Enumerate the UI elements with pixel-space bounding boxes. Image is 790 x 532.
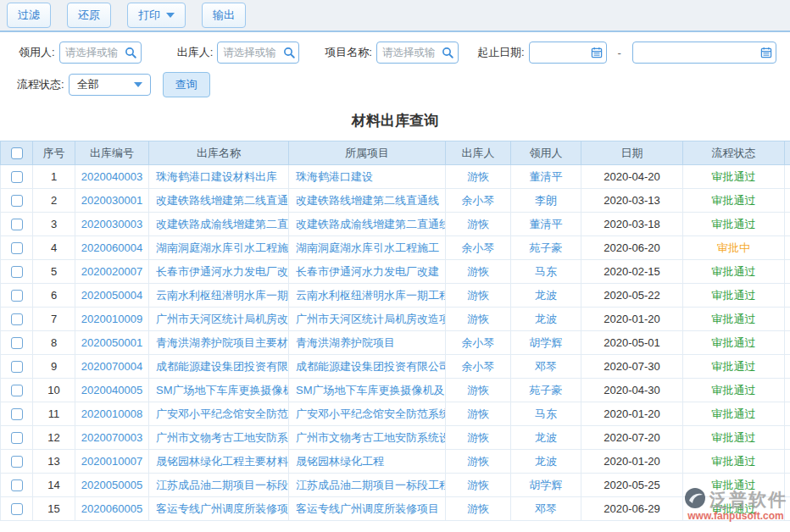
outbound-name-link[interactable]: 青海洪湖养护院项目主要材料 [149,331,289,355]
issuer-link[interactable]: 游恢 [446,284,511,308]
issuer-link[interactable]: 游恢 [446,379,511,402]
outbound-code-link[interactable]: 2020030001 [75,189,149,213]
end-date-input[interactable] [632,42,776,64]
outbound-name-link[interactable]: 长春市伊通河水力发电厂改建 [149,260,289,284]
outbound-code-link[interactable]: 2020040003 [75,165,149,189]
calendar-icon[interactable] [587,47,606,58]
recipient-link[interactable]: 董清平 [511,165,581,189]
row-checkbox[interactable] [11,503,23,515]
issuer-link[interactable]: 游恢 [446,165,511,189]
issuer-link[interactable]: 余小琴 [446,189,511,213]
outbound-code-link[interactable]: 2020060005 [75,497,149,521]
recipient-link[interactable]: 马东 [511,402,581,426]
project-link[interactable]: 珠海鹤港口建设 [289,165,446,189]
outbound-code-link[interactable]: 2020040005 [75,379,149,402]
outbound-code-link[interactable]: 2020010008 [75,402,149,426]
outbound-code-link[interactable]: 2020020007 [75,260,149,284]
issuer-link[interactable]: 游恢 [446,260,511,284]
issuer-input[interactable]: 请选择或输 [217,42,299,64]
search-icon[interactable] [439,47,458,59]
row-checkbox[interactable] [11,456,23,468]
project-link[interactable]: 长春市伊通河水力发电厂改建 [289,260,446,284]
recipient-link[interactable]: 龙波 [511,308,581,331]
outbound-name-link[interactable]: 云南水利枢纽潜明水库一期 [149,284,289,308]
select-all-checkbox[interactable] [11,147,23,159]
outbound-code-link[interactable]: 2020060004 [75,236,149,260]
row-checkbox[interactable] [11,479,23,491]
outbound-name-link[interactable]: 成都能源建设集团投资有限 [149,355,289,379]
print-button[interactable]: 打印 [127,3,186,28]
query-button[interactable]: 查询 [163,72,210,97]
recipient-link[interactable]: 邓琴 [511,497,581,521]
start-date-input[interactable] [529,42,607,64]
project-link[interactable]: SM广场地下车库更换摄像机及 [289,379,446,402]
outbound-name-link[interactable]: 改建铁路成渝线增建第二直通 [149,213,289,236]
outbound-name-link[interactable]: 湖南洞庭湖水库引水工程施工 [149,236,289,260]
outbound-code-link[interactable]: 2020050004 [75,284,149,308]
outbound-name-link[interactable]: SM广场地下车库更换摄像机 [149,379,289,402]
issuer-link[interactable]: 游恢 [446,402,511,426]
recipient-link[interactable]: 龙波 [511,426,581,450]
issuer-link[interactable]: 游恢 [446,450,511,474]
project-link[interactable]: 湖南洞庭湖水库引水工程施工 [289,236,446,260]
filter-button[interactable]: 过滤 [7,3,51,28]
recipient-input[interactable]: 请选择或输 [59,42,142,64]
outbound-name-link[interactable]: 改建铁路线增建第二线直通线 [149,189,289,213]
row-checkbox[interactable] [11,432,23,444]
outbound-code-link[interactable]: 2020030003 [75,213,149,236]
recipient-link[interactable]: 马东 [511,260,581,284]
outbound-code-link[interactable]: 2020070004 [75,355,149,379]
project-link[interactable]: 晟铭园林绿化工程 [289,450,446,474]
row-checkbox[interactable] [11,219,23,230]
outbound-name-link[interactable]: 广州市天河区统计局机房改造 [149,308,289,331]
recipient-link[interactable]: 李朗 [511,189,581,213]
outbound-code-link[interactable]: 2020050001 [75,331,149,355]
project-link[interactable]: 改建铁路线增建第二线直通线 [289,189,446,213]
calendar-icon[interactable] [757,47,776,58]
row-checkbox[interactable] [11,195,23,207]
issuer-link[interactable]: 游恢 [446,426,511,450]
row-checkbox[interactable] [11,171,23,183]
outbound-name-link[interactable]: 晟铭园林绿化工程主要材料 [149,450,289,474]
issuer-link[interactable]: 余小琴 [446,236,511,260]
recipient-link[interactable]: 胡学辉 [511,474,581,497]
recipient-link[interactable]: 苑子豪 [511,379,581,402]
project-link[interactable]: 青海洪湖养护院项目 [289,331,446,355]
outbound-code-link[interactable]: 2020050005 [75,474,149,497]
outbound-code-link[interactable]: 2020010009 [75,308,149,331]
search-icon[interactable] [280,47,298,59]
issuer-link[interactable]: 游恢 [446,308,511,331]
outbound-name-link[interactable]: 江苏成品油二期项目一标段 [149,474,289,497]
issuer-link[interactable]: 游恢 [446,213,511,236]
outbound-code-link[interactable]: 2020010007 [75,450,149,474]
outbound-name-link[interactable]: 客运专线广州调度所装修项目 [149,497,289,521]
row-checkbox[interactable] [11,337,23,349]
search-icon[interactable] [122,47,141,59]
outbound-name-link[interactable]: 广州市文物考古工地安防系统 [149,426,289,450]
row-checkbox[interactable] [11,361,23,373]
recipient-link[interactable]: 董清平 [511,213,581,236]
recipient-link[interactable]: 龙波 [511,450,581,474]
issuer-link[interactable]: 余小琴 [446,331,511,355]
row-checkbox[interactable] [11,313,23,325]
issuer-link[interactable]: 游恢 [446,497,511,521]
project-link[interactable]: 云南水利枢纽潜明水库一期工程 [289,284,446,308]
outbound-name-link[interactable]: 广安邓小平纪念馆安全防范 [149,402,289,426]
project-link[interactable]: 成都能源建设集团投资有限公司 [289,355,446,379]
project-link[interactable]: 客运专线广州调度所装修项目 [289,497,446,521]
restore-button[interactable]: 还原 [67,3,111,28]
project-name-input[interactable]: 请选择或输 [376,42,459,64]
project-link[interactable]: 改建铁路成渝线增建第二直通线 [289,213,446,236]
issuer-link[interactable]: 游恢 [446,474,511,497]
outbound-code-link[interactable]: 2020070003 [75,426,149,450]
issuer-link[interactable]: 余小琴 [446,355,511,379]
workflow-status-select[interactable]: 全部 [69,74,151,96]
row-checkbox[interactable] [11,290,23,302]
recipient-link[interactable]: 苑子豪 [511,236,581,260]
export-button[interactable]: 输出 [202,3,246,28]
row-checkbox[interactable] [11,408,23,420]
recipient-link[interactable]: 邓琴 [511,355,581,379]
outbound-name-link[interactable]: 珠海鹤港口建设材料出库 [149,165,289,189]
recipient-link[interactable]: 龙波 [511,284,581,308]
project-link[interactable]: 广安邓小平纪念馆安全防范系统 [289,402,446,426]
